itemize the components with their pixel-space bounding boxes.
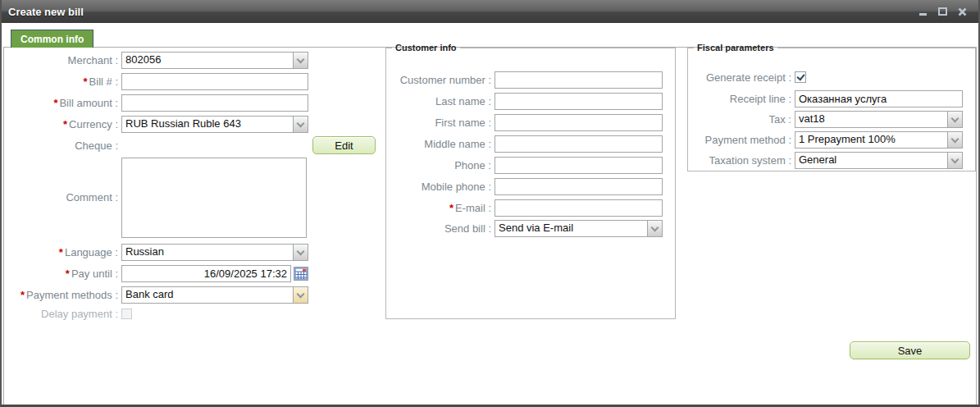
comment-label: Comment :: [8, 158, 121, 238]
mobile-phone-input[interactable]: [495, 178, 663, 195]
payment-methods-select[interactable]: Bank card: [121, 286, 308, 304]
chevron-down-icon: [947, 112, 962, 127]
payment-methods-label: *Payment methods :: [8, 286, 121, 304]
maximize-icon: [938, 7, 947, 16]
phone-input[interactable]: [495, 157, 663, 174]
middle-name-label: Middle name :: [390, 135, 495, 153]
customer-number-input[interactable]: [495, 71, 663, 89]
taxation-system-label: Taxation system :: [691, 152, 795, 169]
first-name-input[interactable]: [495, 114, 663, 131]
chevron-down-icon: [293, 245, 308, 260]
pay-until-label: *Pay until :: [8, 265, 121, 282]
customer-number-label: Customer number :: [390, 71, 495, 89]
delay-payment-label: Delay payment :: [8, 305, 121, 322]
create-new-bill-dialog: Create new bill Common info Merchant : 8…: [0, 0, 980, 407]
fiscal-parameters-fieldset: Fiscal parameters Generate receipt : Rec…: [687, 43, 976, 171]
tab-common-info[interactable]: Common info: [11, 30, 93, 48]
field-last-name: Last name :: [390, 93, 663, 110]
field-language: *Language : Russian: [8, 244, 308, 261]
receipt-line-label: Receipt line :: [691, 90, 795, 107]
required-marker: *: [59, 246, 63, 258]
window-titlebar: Create new bill: [2, 0, 978, 23]
fiscal-payment-method-label: Payment method :: [691, 131, 795, 149]
field-send-bill: Send bill : Send via E-mail: [390, 220, 663, 237]
customer-info-legend: Customer info: [392, 43, 460, 53]
generate-receipt-label: Generate receipt :: [691, 69, 795, 86]
field-generate-receipt: Generate receipt :: [691, 69, 806, 86]
field-bill-amount: *Bill amount :: [8, 94, 308, 112]
language-select[interactable]: Russian: [121, 244, 308, 261]
email-label: *E-mail :: [390, 199, 495, 217]
receipt-line-input[interactable]: [795, 90, 963, 107]
required-marker: *: [63, 118, 67, 130]
field-taxation-system: Taxation system : General: [691, 152, 963, 169]
field-middle-name: Middle name :: [390, 135, 663, 153]
field-delay-payment: Delay payment :: [8, 305, 132, 322]
field-mobile-phone: Mobile phone :: [390, 178, 663, 195]
field-merchant: Merchant : 802056: [8, 52, 308, 69]
delay-payment-checkbox: [121, 309, 132, 319]
last-name-label: Last name :: [390, 93, 495, 110]
currency-select[interactable]: RUB Russian Ruble 643: [121, 116, 308, 133]
email-input[interactable]: [495, 199, 663, 217]
pay-until-input[interactable]: [121, 265, 291, 282]
chevron-down-icon: [293, 117, 308, 132]
fiscal-payment-method-select[interactable]: 1 Prepayment 100%: [795, 131, 963, 149]
merchant-select[interactable]: 802056: [121, 52, 308, 69]
field-bill-number: *Bill # :: [8, 73, 308, 90]
currency-label: *Currency :: [8, 116, 121, 133]
tax-label: Tax :: [691, 111, 795, 128]
bill-number-input[interactable]: [121, 73, 308, 90]
close-icon: [958, 7, 967, 16]
mobile-phone-label: Mobile phone :: [390, 178, 495, 195]
bill-amount-label: *Bill amount :: [8, 94, 121, 112]
minimize-button[interactable]: [917, 6, 929, 18]
phone-label: Phone :: [390, 157, 495, 174]
calendar-icon[interactable]: [294, 267, 308, 281]
field-customer-number: Customer number :: [390, 71, 663, 89]
required-marker: *: [53, 97, 57, 109]
field-first-name: First name :: [390, 114, 663, 131]
chevron-down-icon: [293, 53, 308, 68]
window-title: Create new bill: [8, 6, 84, 18]
close-button[interactable]: [956, 6, 969, 18]
field-currency: *Currency : RUB Russian Ruble 643: [8, 116, 308, 133]
field-phone: Phone :: [390, 157, 663, 174]
field-fiscal-payment-method: Payment method : 1 Prepayment 100%: [691, 131, 963, 149]
required-marker: *: [66, 268, 70, 280]
chevron-down-icon: [647, 221, 662, 236]
field-cheque: Cheque :: [8, 137, 121, 154]
bill-amount-input[interactable]: [121, 94, 308, 112]
cheque-label: Cheque :: [8, 137, 121, 154]
maximize-button[interactable]: [937, 6, 949, 18]
send-bill-select[interactable]: Send via E-mail: [495, 220, 663, 237]
chevron-down-icon: [947, 153, 962, 168]
fiscal-parameters-legend: Fiscal parameters: [694, 43, 777, 53]
first-name-label: First name :: [390, 114, 495, 131]
chevron-down-icon: [293, 287, 308, 303]
language-label: *Language :: [8, 244, 121, 261]
edit-cheque-button[interactable]: Edit: [312, 136, 376, 154]
tax-select[interactable]: vat18: [795, 111, 963, 128]
field-payment-methods: *Payment methods : Bank card: [8, 286, 308, 304]
field-receipt-line: Receipt line :: [691, 90, 963, 107]
required-marker: *: [449, 202, 454, 214]
field-email: *E-mail :: [390, 199, 663, 217]
bill-number-label: *Bill # :: [8, 73, 121, 90]
taxation-system-select[interactable]: General: [795, 152, 963, 169]
field-tax: Tax : vat18: [691, 111, 963, 128]
window-controls: [917, 6, 972, 18]
merchant-label: Merchant :: [8, 52, 121, 69]
last-name-input[interactable]: [495, 93, 663, 110]
middle-name-input[interactable]: [495, 135, 663, 153]
required-marker: *: [84, 75, 88, 88]
field-pay-until: *Pay until :: [8, 265, 308, 282]
required-marker: *: [21, 289, 25, 301]
comment-textarea[interactable]: [121, 158, 307, 238]
save-button[interactable]: Save: [850, 341, 970, 359]
field-comment: Comment :: [8, 158, 307, 238]
customer-info-fieldset: Customer info Customer number : Last nam…: [385, 43, 676, 319]
send-bill-label: Send bill :: [390, 220, 495, 237]
generate-receipt-checkbox[interactable]: [795, 71, 806, 83]
minimize-icon: [919, 13, 927, 16]
